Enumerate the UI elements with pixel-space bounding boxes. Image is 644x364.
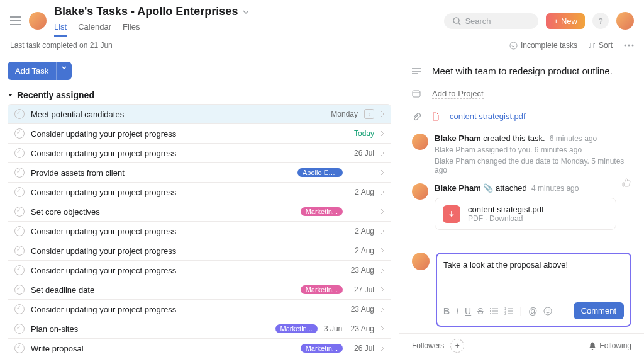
complete-check-icon[interactable] bbox=[14, 265, 25, 275]
underline-icon[interactable]: U bbox=[465, 306, 471, 316]
sort-label: Sort bbox=[599, 41, 613, 50]
task-row[interactable]: Consider updating your project progress2… bbox=[8, 261, 391, 280]
new-button[interactable]: + New bbox=[546, 13, 585, 29]
tab-calendar[interactable]: Calendar bbox=[78, 22, 111, 37]
sort-button[interactable]: Sort bbox=[589, 41, 613, 50]
tab-list[interactable]: List bbox=[54, 22, 67, 37]
incomplete-tasks-filter[interactable]: Incomplete tasks bbox=[509, 41, 577, 50]
section-header[interactable]: Recently assigned bbox=[8, 86, 391, 104]
task-row[interactable]: Set deadline dateMarketin...27 Jul bbox=[8, 280, 391, 300]
task-row[interactable]: Consider updating your project progress2… bbox=[8, 144, 391, 163]
section-title: Recently assigned bbox=[17, 90, 94, 100]
complete-check-icon[interactable] bbox=[14, 109, 25, 119]
complete-check-icon[interactable] bbox=[14, 285, 25, 295]
task-row[interactable]: Meet potential candidatesMonday↕ bbox=[8, 105, 391, 124]
chevron-right-icon bbox=[380, 247, 384, 254]
chevron-right-icon bbox=[380, 150, 384, 156]
add-follower-button[interactable]: + bbox=[450, 339, 464, 353]
title-chevron-icon[interactable] bbox=[243, 10, 249, 14]
activity-created: Blake Pham created this task. 6 minutes … bbox=[435, 134, 631, 143]
task-name: Plan on-sites bbox=[31, 324, 269, 334]
clip-icon: 📎 bbox=[483, 183, 493, 193]
task-row[interactable]: Consider updating your project progress2… bbox=[8, 300, 391, 319]
activity-avatar bbox=[412, 183, 428, 200]
activity-avatar bbox=[412, 134, 428, 150]
attachment-filename: content strategist.pdf bbox=[468, 205, 544, 214]
attachment-card[interactable]: content strategist.pdf PDF · Download bbox=[435, 198, 616, 230]
menu-icon[interactable] bbox=[10, 16, 21, 25]
attachment-link[interactable]: content strategist.pdf bbox=[450, 111, 526, 121]
bold-icon[interactable]: B bbox=[443, 306, 450, 316]
chevron-right-icon bbox=[380, 130, 384, 137]
complete-check-icon[interactable] bbox=[14, 187, 25, 197]
task-row[interactable]: Consider updating your project progressT… bbox=[8, 124, 391, 144]
project-pill[interactable]: Marketin... bbox=[275, 324, 318, 333]
strike-icon[interactable]: S bbox=[477, 306, 483, 316]
complete-check-icon[interactable] bbox=[14, 343, 25, 353]
project-pill[interactable]: Marketin... bbox=[301, 285, 343, 294]
comment-button[interactable]: Comment bbox=[574, 302, 624, 319]
svg-text:3: 3 bbox=[504, 312, 506, 315]
project-pill[interactable]: Marketin... bbox=[301, 344, 343, 353]
task-name: Provide assets from client bbox=[31, 168, 291, 178]
comment-box[interactable]: Take a look at the proposal above! B I U… bbox=[436, 253, 631, 327]
svg-rect-5 bbox=[413, 91, 420, 97]
task-name: Set deadline date bbox=[31, 285, 294, 295]
number-list-icon[interactable]: 123 bbox=[504, 307, 513, 315]
svg-point-8 bbox=[490, 313, 491, 314]
chevron-right-icon bbox=[380, 208, 384, 215]
task-name: Consider updating your project progress bbox=[31, 188, 343, 197]
task-name: Write proposal bbox=[31, 344, 294, 353]
workspace-avatar[interactable] bbox=[29, 12, 47, 30]
mention-icon[interactable]: @ bbox=[528, 306, 537, 316]
task-meta: 3 Jun – 23 Aug bbox=[324, 324, 374, 333]
like-button[interactable] bbox=[621, 178, 631, 188]
task-row[interactable]: Provide assets from clientApollo En... bbox=[8, 163, 391, 183]
add-task-button[interactable]: Add Task bbox=[8, 62, 56, 80]
search-placeholder: Search bbox=[465, 16, 491, 26]
project-pill[interactable]: Apollo En... bbox=[297, 168, 343, 177]
dots-icon bbox=[624, 44, 634, 47]
task-row[interactable]: Set core objectivesMarketin... bbox=[8, 202, 391, 222]
bullet-list-icon[interactable] bbox=[489, 307, 498, 315]
complete-check-icon[interactable] bbox=[14, 207, 25, 217]
task-row[interactable]: Consider updating your project progress2… bbox=[8, 241, 391, 261]
complete-check-icon[interactable] bbox=[14, 148, 25, 158]
add-to-project-link[interactable]: Add to Project bbox=[432, 89, 484, 99]
task-row[interactable]: Write proposalMarketin...26 Jul bbox=[8, 339, 391, 358]
complete-check-icon[interactable] bbox=[14, 304, 25, 314]
sort-icon bbox=[589, 42, 596, 49]
task-row[interactable]: Consider updating your project progress2… bbox=[8, 183, 391, 202]
plus-icon: + bbox=[553, 16, 558, 26]
complete-check-icon[interactable] bbox=[14, 226, 25, 236]
search-input[interactable]: Search bbox=[444, 13, 538, 29]
task-name: Set core objectives bbox=[31, 207, 294, 217]
more-actions-button[interactable] bbox=[624, 44, 634, 47]
task-meta: 27 Jul bbox=[349, 285, 374, 294]
chevron-right-icon bbox=[380, 169, 384, 176]
page-title: Blake's Tasks - Apollo Enterprises bbox=[54, 5, 238, 18]
tab-files[interactable]: Files bbox=[123, 22, 140, 37]
task-name: Consider updating your project progress bbox=[31, 149, 343, 158]
task-meta: 2 Aug bbox=[349, 227, 374, 236]
comment-input[interactable]: Take a look at the proposal above! bbox=[443, 260, 624, 302]
complete-check-icon[interactable] bbox=[14, 324, 25, 334]
following-toggle[interactable]: Following bbox=[589, 341, 631, 350]
complete-check-icon[interactable] bbox=[14, 246, 25, 256]
activity-user: Blake Pham bbox=[435, 134, 481, 143]
reorder-icon[interactable]: ↕ bbox=[364, 109, 374, 119]
complete-check-icon[interactable] bbox=[14, 128, 25, 139]
project-pill[interactable]: Marketin... bbox=[301, 207, 343, 216]
task-meta: 23 Aug bbox=[349, 305, 374, 314]
italic-icon[interactable]: I bbox=[456, 306, 458, 316]
task-row[interactable]: Plan on-sitesMarketin...3 Jun – 23 Aug bbox=[8, 319, 391, 339]
add-task-dropdown[interactable] bbox=[56, 62, 72, 80]
task-row[interactable]: Consider updating your project progress2… bbox=[8, 222, 391, 241]
svg-point-3 bbox=[628, 45, 630, 47]
activity-line: Blake Pham changed the due date to Monda… bbox=[435, 157, 631, 174]
emoji-icon[interactable] bbox=[543, 307, 552, 316]
user-avatar[interactable] bbox=[616, 12, 634, 30]
complete-check-icon[interactable] bbox=[14, 168, 25, 178]
help-button[interactable]: ? bbox=[592, 13, 609, 29]
svg-point-2 bbox=[625, 45, 626, 47]
